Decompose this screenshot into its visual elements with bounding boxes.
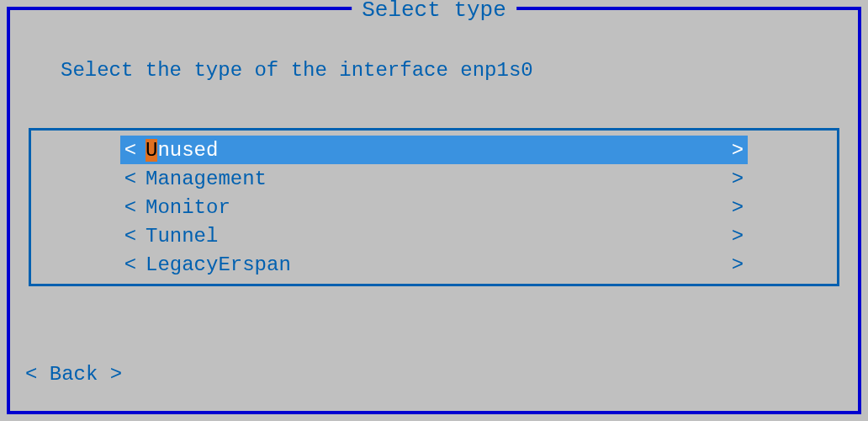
menu-item-monitor[interactable]: <Monitor> xyxy=(120,193,748,221)
chevron-left-icon: < xyxy=(120,168,140,190)
chevron-left-icon: < xyxy=(120,139,140,162)
dialog-prompt: Select the type of the interface enp1s0 xyxy=(61,59,533,82)
menu-item-label: Management xyxy=(140,168,267,190)
chevron-left-icon: < xyxy=(120,225,140,248)
back-button[interactable]: < Back > xyxy=(25,363,122,386)
menu-item-label: Unused xyxy=(140,139,218,162)
back-button-label: Back xyxy=(50,363,98,386)
menu-item-management[interactable]: <Management> xyxy=(120,164,748,193)
dialog-frame: Select type Select the type of the inter… xyxy=(7,7,861,414)
menu-item-unused[interactable]: <Unused> xyxy=(120,136,748,164)
chevron-right-icon: > xyxy=(728,225,748,248)
menu-item-legacyerspan[interactable]: <LegacyErspan> xyxy=(120,250,748,279)
chevron-right-icon: > xyxy=(728,196,748,219)
dialog-title: Select type xyxy=(352,0,516,23)
bracket-right-icon: > xyxy=(110,363,122,386)
menu-item-label: Tunnel xyxy=(140,225,218,248)
chevron-right-icon: > xyxy=(728,253,748,276)
menu-item-tunnel[interactable]: <Tunnel> xyxy=(120,221,748,250)
menu-list: <Unused><Management><Monitor><Tunnel><Le… xyxy=(29,128,839,286)
menu-item-label: Monitor xyxy=(140,196,230,219)
menu-item-label: LegacyErspan xyxy=(140,253,291,276)
chevron-left-icon: < xyxy=(120,196,140,219)
chevron-left-icon: < xyxy=(120,253,140,276)
chevron-right-icon: > xyxy=(728,168,748,190)
hotkey-char: U xyxy=(146,139,157,162)
chevron-right-icon: > xyxy=(728,139,748,162)
bracket-left-icon: < xyxy=(25,363,37,386)
